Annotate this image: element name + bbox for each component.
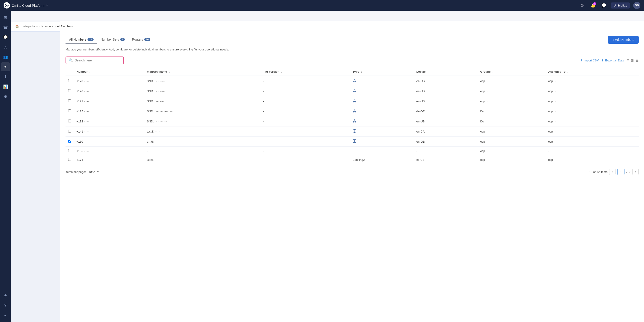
row-checkbox[interactable] <box>68 149 71 152</box>
row-number: +125 ······· <box>74 106 144 116</box>
sort-miniapp-icon[interactable]: ↓ <box>169 70 170 73</box>
top-nav: Omilia Cloud Platform® ⊙ 🔔 1 💬 Umbrella1… <box>0 0 644 11</box>
sidebar-icon-star[interactable]: ★ <box>1 291 10 300</box>
sort-groups-icon[interactable]: ↓ <box>492 70 494 73</box>
total-pages: 2 <box>629 170 630 174</box>
row-checkbox[interactable] <box>68 158 71 161</box>
tab-number-sets-label: Number Sets <box>101 38 119 41</box>
grid-view-icon[interactable]: ⊞ <box>631 58 634 62</box>
search-box: 🔍 <box>66 56 124 64</box>
svg-line-17 <box>354 100 356 102</box>
sort-type-icon[interactable]: ↓ <box>361 70 362 73</box>
row-checkbox-cell <box>66 76 74 86</box>
sidebar-icon-settings[interactable]: ⚙ <box>1 92 10 101</box>
col-locale: Locale ↓ <box>414 68 478 76</box>
row-checkbox[interactable] <box>68 119 71 122</box>
row-number: +120 ······· <box>74 86 144 96</box>
next-page-button[interactable]: › <box>632 169 638 175</box>
row-checkbox[interactable] <box>68 109 71 112</box>
filter-icon[interactable]: ≡ <box>627 58 629 62</box>
sidebar-icon-integrations[interactable]: ⚭ <box>1 62 10 71</box>
row-type <box>350 126 414 137</box>
svg-line-23 <box>354 110 356 112</box>
breadcrumb-home[interactable]: 🏠 <box>15 25 19 28</box>
sort-assigned-icon[interactable]: ↓ <box>567 70 568 73</box>
row-locale: en-US <box>414 86 478 96</box>
tab-routers-badge: 16 <box>144 38 150 41</box>
breadcrumb: 🏠 › Integrations › Numbers › All Numbers <box>11 21 644 31</box>
row-locale: en-GB <box>414 137 478 147</box>
row-miniapp: Bank ······· <box>144 155 260 164</box>
per-page-select[interactable]: 10 25 50 <box>88 170 95 174</box>
row-type <box>350 137 414 147</box>
tab-all-numbers-badge: 12 <box>88 38 93 41</box>
prev-page-button[interactable]: ‹ <box>609 169 616 175</box>
search-input[interactable] <box>75 58 121 62</box>
sort-locale-icon[interactable]: ↓ <box>427 70 428 73</box>
row-locale: en-US <box>414 116 478 126</box>
row-number: +132 ······· <box>74 116 144 126</box>
tab-all-numbers[interactable]: All Numbers 12 <box>66 35 97 44</box>
row-miniapp: SND.···· ···-··-·· <box>144 76 260 86</box>
sidebar-icon-triangle[interactable]: △ <box>1 43 10 51</box>
svg-line-29 <box>354 120 356 122</box>
notifications-icon[interactable]: 🔔 1 <box>590 2 597 9</box>
help-nav-icon[interactable]: ⊙ <box>579 2 586 9</box>
row-type <box>350 76 414 86</box>
row-number: +165 ······· <box>74 147 144 155</box>
import-csv-button[interactable]: ⬇ Import CSV <box>580 59 599 62</box>
tab-number-sets-badge: 1 <box>120 38 125 41</box>
breadcrumb-current: All Numbers <box>57 25 73 28</box>
row-assigned-to: ocp ··· <box>546 126 638 137</box>
sidebar-icon-collapse[interactable]: « <box>1 311 10 320</box>
svg-line-11 <box>354 90 356 91</box>
tabs: All Numbers 12 Number Sets 1 Routers 16 <box>66 35 154 44</box>
row-checkbox-cell <box>66 126 74 137</box>
sort-tag-icon[interactable]: ↓ <box>281 70 282 73</box>
row-number: +160 ······· <box>74 137 144 147</box>
page-number-input[interactable] <box>617 169 624 175</box>
row-checkbox-cell <box>66 147 74 155</box>
row-type <box>350 116 414 126</box>
sidebar-icon-people[interactable]: 👥 <box>1 52 10 61</box>
sidebar-icon-upload[interactable]: ⬆ <box>1 72 10 81</box>
row-type <box>350 96 414 106</box>
row-tag-version: - <box>260 126 350 137</box>
row-checkbox[interactable] <box>68 130 71 133</box>
tab-all-numbers-label: All Numbers <box>69 38 86 41</box>
svg-line-4 <box>354 80 354 81</box>
row-tag-version: - <box>260 147 350 155</box>
breadcrumb-integrations[interactable]: Integrations <box>22 25 38 28</box>
sidebar-icon-grid[interactable]: ⊞ <box>1 13 10 22</box>
row-checkbox-cell <box>66 116 74 126</box>
row-miniapp: testE ······· <box>144 126 260 137</box>
messages-icon[interactable]: 💬 <box>600 2 608 9</box>
row-checkbox[interactable] <box>68 79 71 82</box>
sidebar-icon-chat[interactable]: 💬 <box>1 33 10 42</box>
toolbar-right: ⬇ Import CSV ⬆ Export all Data ≡ ⊞ ☰ <box>580 58 638 62</box>
row-checkbox[interactable] <box>68 140 71 143</box>
table-row: +120 ······· SND.···· ···-··-·· - en-US … <box>66 86 638 96</box>
tab-number-sets[interactable]: Number Sets 1 <box>97 35 128 44</box>
row-groups: ocp ··· <box>478 147 546 155</box>
row-checkbox[interactable] <box>68 99 71 102</box>
tab-routers[interactable]: Routers 16 <box>128 35 154 44</box>
add-numbers-button[interactable]: + Add Numbers <box>608 36 638 44</box>
row-miniapp: SND.···· ·······-··· <box>144 116 260 126</box>
sidebar-icon-phone[interactable]: ☎ <box>1 23 10 32</box>
row-miniapp: SND.······ ·······-···· ···· <box>144 106 260 116</box>
export-data-button[interactable]: ⬆ Export all Data <box>601 59 624 62</box>
user-avatar[interactable]: OB <box>633 2 640 9</box>
list-view-icon[interactable]: ☰ <box>636 58 638 62</box>
row-assigned-to: ocp ··· <box>546 155 638 164</box>
row-checkbox[interactable] <box>68 89 71 92</box>
sidebar-icon-analytics[interactable]: 📊 <box>1 82 10 91</box>
row-number: +174 ······· <box>74 155 144 164</box>
sort-number-icon[interactable]: ↓ <box>89 70 91 73</box>
tenant-selector[interactable]: Umbrella1 <box>611 2 630 8</box>
search-icon: 🔍 <box>69 58 73 62</box>
breadcrumb-numbers[interactable]: Numbers <box>42 25 54 28</box>
row-locale: - <box>414 147 478 155</box>
page-divider: / <box>626 170 627 174</box>
sidebar-icon-help[interactable]: ? <box>1 301 10 310</box>
